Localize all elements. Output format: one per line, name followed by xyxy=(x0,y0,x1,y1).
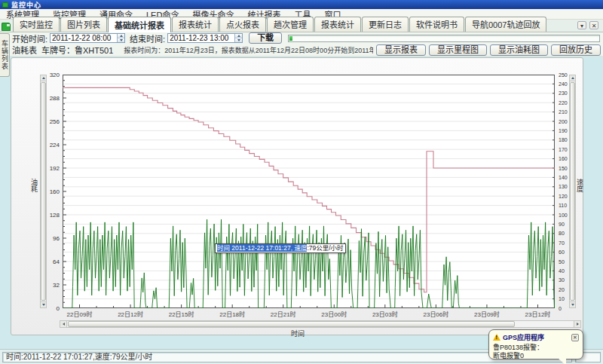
download-progress-bar xyxy=(288,35,600,42)
right-tick-label: 60 xyxy=(559,249,565,255)
tab-strip: 实时监控图片列表基础统计报表报表统计点火报表趟次管理报表统计更新日志软件说明书导… xyxy=(0,20,603,32)
right-axis-title: 速度 xyxy=(575,179,585,192)
right-tick-label: 230 xyxy=(559,90,568,96)
right-tick-label: 100 xyxy=(559,213,568,218)
tab-scroll-button[interactable]: ▾ xyxy=(577,21,586,29)
scrollbar-thumb[interactable] xyxy=(68,321,515,327)
plate-number-label: 车牌号：鲁XHT501 xyxy=(41,44,113,56)
x-tick-label: 22日12时 xyxy=(118,310,143,318)
start-time-picker xyxy=(50,33,125,43)
chevron-up-icon[interactable] xyxy=(41,75,46,81)
chart-plot-area[interactable] xyxy=(63,75,555,308)
left-tick-label: 32 xyxy=(53,282,60,289)
right-tick-label: 210 xyxy=(559,109,568,115)
balloon-header: GPS应用程序 ✕ xyxy=(493,332,579,342)
chevron-down-icon[interactable] xyxy=(118,38,124,42)
tab-close-button[interactable]: ✕ xyxy=(589,21,598,29)
vehicle-icon xyxy=(2,23,11,31)
left-tick-label: 224 xyxy=(50,142,60,148)
right-tick-label: 160 xyxy=(559,156,568,161)
time-scrollbar[interactable] xyxy=(60,320,581,328)
end-time-picker xyxy=(167,33,243,43)
x-tick-label: 22日21时 xyxy=(271,310,296,318)
x-tick-label: 23日09时 xyxy=(474,310,500,318)
report-button-3[interactable]: 回放历史 xyxy=(551,44,601,56)
tab-2[interactable]: 基础统计报表 xyxy=(108,17,171,32)
end-time-spinner xyxy=(234,34,242,42)
tab-6[interactable]: 报表统计 xyxy=(314,17,361,32)
chevron-down-icon[interactable] xyxy=(570,301,575,307)
right-tick-label: 80 xyxy=(559,231,565,236)
right-tick-label: 150 xyxy=(559,166,568,171)
end-time-label: 结束时间: xyxy=(130,32,165,44)
close-icon[interactable]: ✕ xyxy=(571,334,579,341)
start-time-input[interactable] xyxy=(51,34,117,42)
balloon-title: GPS应用程序 xyxy=(503,332,569,342)
right-tick-label: 0 xyxy=(559,306,562,311)
right-tick-label: 70 xyxy=(559,240,565,246)
chevron-up-icon[interactable] xyxy=(570,75,575,81)
right-tick-label: 10 xyxy=(559,296,565,301)
report-toolbar: 油耗表 车牌号：鲁XHT501 报表时间为：2011年12月23日，报表数据从2… xyxy=(0,44,603,57)
chart-tooltip: 时间 2011-12-22 17:01:27, 速度:79公里/小时 xyxy=(215,243,346,253)
balloon-message: 鲁P80138报警： 断电报警0 xyxy=(493,344,579,360)
left-tick-label: 256 xyxy=(50,118,60,125)
chart-panel: 油耗 速度 0326496128160192224256288320 01020… xyxy=(11,57,583,335)
alarm-line-2: 断电报警0 xyxy=(493,352,579,360)
x-tick-label: 23日03时 xyxy=(372,310,398,318)
scrollbar-thumb[interactable] xyxy=(570,82,575,301)
chevron-down-icon[interactable] xyxy=(235,38,242,42)
x-tick-label: 23日06时 xyxy=(423,310,448,318)
warning-icon xyxy=(493,334,500,341)
sidebar-tab-vehicle-list[interactable]: 车辆列表 xyxy=(0,33,10,77)
report-type-label: 油耗表 xyxy=(12,44,37,56)
tab-7[interactable]: 更新日志 xyxy=(362,17,409,32)
right-tick-label: 170 xyxy=(559,147,568,152)
tab-3[interactable]: 报表统计 xyxy=(172,17,219,32)
left-axis-ticks: 0326496128160192224256288320 xyxy=(46,75,61,308)
x-tick-label: 23日12时 xyxy=(525,310,551,318)
tooltip-highlight-text: 时间 2011-12-22 17:01:27, 速度 xyxy=(217,244,307,252)
chart-svg xyxy=(63,75,555,308)
x-tick-label: 22日18时 xyxy=(219,310,245,318)
tooltip-rest-text: :79公里/小时 xyxy=(307,244,343,252)
tab-9[interactable]: 导航0007轨迹回放 xyxy=(465,17,546,32)
status-text: 时间:2011-12-22 17:01:27,速度:79公里/小时 xyxy=(2,352,572,362)
tab-1[interactable]: 图片列表 xyxy=(60,17,107,32)
left-tick-label: 288 xyxy=(50,95,60,102)
right-tick-label: 120 xyxy=(559,194,568,199)
start-time-label: 开始时间: xyxy=(12,32,47,44)
scrollbar-thumb[interactable] xyxy=(41,82,46,301)
right-tick-label: 190 xyxy=(559,128,568,133)
right-axis-scrollbar[interactable] xyxy=(569,75,576,308)
tabs: 实时监控图片列表基础统计报表报表统计点火报表趟次管理报表统计更新日志软件说明书导… xyxy=(13,16,547,32)
right-tick-label: 140 xyxy=(559,175,568,180)
right-tick-label: 40 xyxy=(559,268,565,274)
left-tick-label: 320 xyxy=(50,72,60,78)
left-tick-label: 96 xyxy=(53,235,60,242)
report-button-1[interactable]: 显示里程图 xyxy=(429,44,487,56)
tab-4[interactable]: 点火报表 xyxy=(219,17,266,32)
left-tick-label: 192 xyxy=(50,165,60,172)
left-tick-label: 128 xyxy=(50,212,60,219)
tab-0[interactable]: 实时监控 xyxy=(13,17,60,32)
chevron-right-icon[interactable] xyxy=(574,321,580,327)
chevron-left-icon[interactable] xyxy=(60,321,67,327)
right-tick-label: 220 xyxy=(559,100,568,106)
x-tick-label: 22日15时 xyxy=(169,310,194,318)
left-tick-label: 0 xyxy=(57,305,60,312)
app-window: 监控中心 系统管理监控管理通用命令LED命令摄像头命令统计报表工具窗口 实时监控… xyxy=(0,0,603,364)
chevron-down-icon[interactable] xyxy=(41,301,46,307)
left-tick-label: 160 xyxy=(50,188,60,195)
report-button-2[interactable]: 显示油耗图 xyxy=(490,44,548,56)
left-tick-label: 64 xyxy=(53,258,60,265)
report-button-0[interactable]: 显示报表 xyxy=(376,44,426,56)
query-toolbar: 开始时间: 结束时间: 下载 xyxy=(0,32,603,44)
tab-8[interactable]: 软件说明书 xyxy=(409,17,464,32)
end-time-input[interactable] xyxy=(168,34,234,42)
download-button[interactable]: 下载 xyxy=(249,32,282,44)
right-tick-label: 130 xyxy=(559,184,568,189)
alarm-line-1: 鲁P80138报警： xyxy=(493,344,579,352)
gps-alert-balloon: GPS应用程序 ✕ 鲁P80138报警： 断电报警0 xyxy=(488,329,583,359)
tab-5[interactable]: 趟次管理 xyxy=(267,17,314,32)
